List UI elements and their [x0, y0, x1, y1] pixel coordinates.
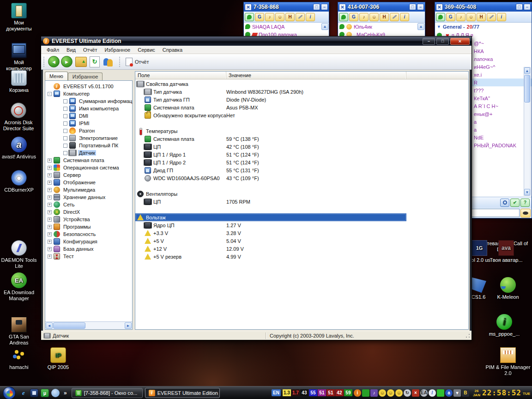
quicklaunch-icon-2[interactable] [30, 389, 38, 397]
desktop-icon[interactable]: Мои документы [0, 3, 37, 32]
language-indicator[interactable]: EN [272, 389, 281, 396]
sensor-tray-value[interactable]: 42 [335, 389, 344, 396]
sensor-row[interactable]: Свойства датчика [135, 80, 468, 88]
desktop-icon[interactable]: GTA San Andreas [0, 317, 37, 346]
tray-icon[interactable] [362, 389, 369, 397]
sensor-row[interactable] [135, 182, 468, 190]
tree-item[interactable]: Суммарная информация [45, 97, 132, 105]
contact-item[interactable]: Юль4ик [338, 23, 425, 30]
status-clover-button[interactable] [245, 13, 254, 21]
maximize-icon[interactable]: □ [516, 4, 523, 10]
tray-icon[interactable]: ☺ [379, 389, 386, 397]
tree-expand-toggle[interactable] [63, 151, 67, 155]
tree-expand-toggle[interactable] [48, 232, 52, 236]
toolbar-grip[interactable] [119, 57, 120, 67]
report-button[interactable]: Отчёт [122, 56, 152, 67]
contact-group-header[interactable]: ▼ General - 20 /77 [435, 23, 532, 31]
tree-expand-toggle[interactable] [48, 240, 52, 244]
tree-item[interactable]: Электропитание [45, 134, 132, 142]
tray-icon[interactable] [437, 389, 444, 397]
sensor-tray-value[interactable]: 43 [300, 389, 308, 396]
tree-item[interactable]: Сеть [45, 201, 132, 208]
tree-item[interactable]: Программы [45, 223, 132, 230]
scroll-up-icon[interactable]: ▲ [321, 23, 328, 30]
tree-expand-toggle[interactable] [48, 210, 52, 214]
maximize-icon[interactable]: □ [409, 4, 416, 10]
history-button[interactable] [349, 13, 358, 21]
qip-titlebar[interactable]: ✕ 414-007-306 □ – [338, 2, 425, 12]
contact-item[interactable]: SHAQA LAQA [244, 23, 329, 30]
tree-item[interactable]: Операционная система [45, 164, 132, 171]
sensor-tray-value[interactable]: 1.7 [291, 389, 300, 396]
tree-expand-toggle[interactable] [63, 129, 67, 133]
eye-button[interactable] [520, 209, 531, 218]
tree-item[interactable]: Конфигурация [45, 238, 132, 245]
tree-item[interactable]: Сервер [45, 171, 132, 179]
tray-icon[interactable]: / [429, 389, 436, 397]
quicklaunch-icon-4[interactable] [51, 389, 60, 397]
tree-expand-toggle[interactable] [48, 166, 52, 170]
sensor-row[interactable]: +5 V 5.04 V [135, 237, 468, 245]
status-clover-button[interactable] [436, 13, 445, 21]
tab-favorites[interactable]: Избранное [68, 73, 103, 80]
notes-button[interactable]: ✔ [510, 199, 520, 207]
desktop-icon[interactable]: Acronis Disk Director Suite [0, 103, 37, 132]
sensor-row[interactable] [135, 206, 468, 213]
tree-item[interactable]: Датчик [45, 149, 132, 157]
qip-titlebar[interactable]: ✕ 369-405-408 □ – [435, 2, 532, 12]
tree-expand-toggle[interactable] [63, 144, 67, 148]
close-icon[interactable]: ✕ [245, 4, 252, 11]
contacts-button[interactable] [275, 13, 284, 21]
tree-expand-toggle[interactable] [63, 114, 67, 118]
sound-button[interactable] [456, 13, 466, 21]
tree-expand-toggle[interactable] [48, 203, 52, 207]
close-icon[interactable]: × [450, 38, 470, 45]
tree-expand-toggle[interactable] [48, 173, 52, 177]
history-button[interactable] [446, 13, 455, 21]
search-user-button[interactable] [500, 199, 509, 207]
desktop-icon[interactable]: Твоя аватар... [488, 240, 525, 263]
tree-expand-toggle[interactable] [63, 99, 67, 103]
tree-horizontal-scrollbar[interactable]: ◄ ► [45, 321, 132, 329]
menu-item[interactable]: Вид [63, 47, 79, 53]
up-folder-button[interactable] [75, 57, 87, 67]
tree-item[interactable]: Мультимедиа [45, 186, 132, 193]
desktop-icon[interactable]: Корзина [0, 70, 37, 93]
desktop-icon[interactable]: EA Download Manager [0, 272, 37, 302]
tree-expand-toggle[interactable] [48, 195, 52, 200]
wrench-button[interactable] [296, 13, 305, 21]
scroll-down-icon[interactable]: ▼ [524, 189, 530, 195]
contact-list-scrollbar[interactable]: ▲ ▼ [524, 67, 531, 196]
tray-clock[interactable]: 22:58:52 [482, 388, 521, 397]
tree-expand-toggle[interactable] [48, 188, 52, 192]
h-button[interactable] [285, 13, 295, 21]
sound-button[interactable] [265, 13, 274, 21]
sensor-row[interactable]: Обнаружено вскрытие корпуса Нет [135, 111, 468, 119]
sensor-row[interactable]: Вентиляторы [135, 190, 468, 198]
sensor-tray-value[interactable]: 1.3 [283, 389, 291, 396]
refresh-button[interactable]: ↻ [90, 56, 100, 67]
minimize-icon[interactable]: – [423, 38, 435, 45]
menu-item[interactable]: Избранное [101, 47, 134, 53]
tree-expand-toggle[interactable] [63, 107, 67, 111]
sensor-row[interactable]: ЦП 1 / Ядро 2 51 °C (124 °F) [135, 158, 468, 166]
resize-grip[interactable] [465, 333, 471, 339]
sensor-row[interactable]: +3.3 V 3.28 V [135, 229, 468, 237]
internet-explorer-quicklaunch-icon[interactable]: e [19, 389, 28, 397]
tree-expand-toggle[interactable] [48, 158, 52, 163]
h-button[interactable] [380, 13, 389, 21]
tree-expand-toggle[interactable] [48, 181, 52, 185]
sound-button[interactable] [359, 13, 369, 21]
tray-icon[interactable]: ♪ [370, 389, 378, 397]
taskbar-button-everest[interactable]: i EVEREST Ultimate Edition [145, 388, 220, 398]
tray-icon[interactable]: ↻ [404, 389, 411, 397]
tree-item[interactable]: Тест [45, 253, 132, 260]
toolbar-grip[interactable] [43, 57, 44, 67]
desktop-icon[interactable]: DAEMON Tools Lite [0, 240, 37, 269]
scroll-up-icon[interactable]: ▲ [524, 67, 530, 74]
sensor-tray-value[interactable]: 51 [318, 389, 326, 396]
tree-item[interactable]: Компьютер [45, 90, 132, 97]
tree-item[interactable]: Хранение данных [45, 193, 132, 201]
sensor-row[interactable]: ЦП 42 °C (108 °F) [135, 143, 468, 151]
sensor-row[interactable]: Ядро ЦП 1.27 V [135, 221, 468, 229]
